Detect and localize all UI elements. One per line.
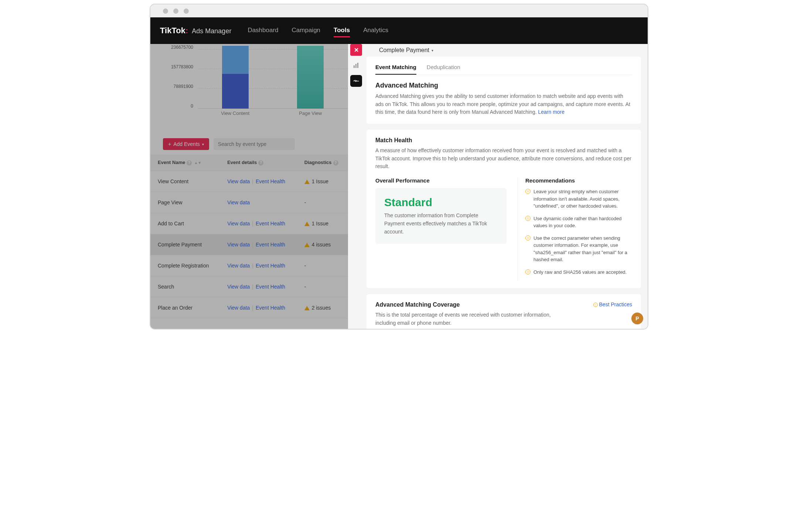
help-icon[interactable]: ? (333, 160, 338, 166)
bar-page-view[interactable] (297, 46, 324, 109)
x-label: View Content (198, 110, 273, 116)
event-details-cell: View data|Event Health (221, 297, 299, 318)
th-event-name[interactable]: Event Name?▲▼ (150, 154, 221, 171)
recommendation-text: Leave your string empty when customer in… (533, 188, 632, 210)
view-data-link[interactable]: View data (227, 200, 250, 205)
nav-analytics[interactable]: Analytics (363, 24, 388, 37)
match-health-body: A measure of how effectively customer in… (375, 147, 632, 171)
table-row[interactable]: Add to CartView data|Event Health1 Issue (150, 213, 348, 234)
bar-view-content[interactable] (222, 46, 249, 109)
overall-performance-col: Overall Performance Standard The custome… (375, 177, 518, 281)
brand-product: Ads Manager (192, 27, 231, 35)
y-tick: 0 (191, 103, 193, 109)
event-details-cell: View data|Event Health (221, 255, 299, 276)
warning-icon (304, 222, 310, 226)
nav-dashboard[interactable]: Dashboard (248, 24, 278, 37)
table-row[interactable]: SearchView data|Event Health- (150, 276, 348, 297)
add-events-button[interactable]: + Add Events ▾ (163, 138, 209, 150)
events-table: Event Name?▲▼ Event details? Diagnostics… (150, 154, 348, 318)
overall-status: Standard (384, 196, 498, 209)
view-data-link[interactable]: View data (227, 305, 250, 311)
event-details-cell: View data|Event Health (221, 213, 299, 234)
help-icon[interactable]: ? (187, 160, 192, 166)
close-icon[interactable]: ✕ (350, 44, 362, 56)
diagnostics-cell: 4 issues (299, 234, 348, 255)
tab-deduplication[interactable]: Deduplication (427, 64, 460, 75)
warning-icon (304, 243, 310, 247)
separator: | (252, 284, 253, 290)
view-data-link[interactable]: View data (227, 178, 250, 184)
recommendations-col: Recommendations Leave your string empty … (518, 177, 632, 281)
event-health-link[interactable]: Event Health (256, 305, 285, 311)
y-tick: 236675700 (171, 45, 193, 50)
view-data-link[interactable]: View data (227, 242, 250, 248)
event-name-cell: Add to Cart (150, 213, 221, 234)
view-data-link[interactable]: View data (227, 221, 250, 226)
learn-more-link[interactable]: Learn more (538, 109, 565, 115)
view-data-link[interactable]: View data (227, 284, 250, 290)
separator: | (252, 242, 253, 248)
recommendation-text: Use the correct parameter when sending c… (533, 235, 632, 263)
brand-name: TikTok (160, 26, 185, 35)
svg-rect-0 (354, 65, 355, 68)
separator: | (252, 263, 253, 269)
y-tick: 157783800 (171, 64, 193, 69)
chart-area: 0 78891900 157783800 236675700 View Cont… (150, 44, 348, 129)
event-health-link[interactable]: Event Health (256, 221, 285, 226)
recommendation-item: Only raw and SHA256 values are accepted. (525, 269, 632, 276)
event-health-link[interactable]: Event Health (256, 284, 285, 290)
diagnostics-cell: 2 issues (299, 297, 348, 318)
diagnostics-text: 2 issues (312, 305, 331, 311)
svg-rect-2 (357, 63, 358, 68)
avatar[interactable]: P (631, 313, 643, 324)
sort-icon[interactable]: ▲▼ (194, 161, 201, 165)
diagnostics-cell: 1 Issue (299, 171, 348, 192)
app-window: TikTok: Ads Manager Dashboard Campaign T… (150, 4, 648, 330)
coverage-card: Advanced Matching Coverage This is the t… (366, 294, 641, 329)
table-row[interactable]: Page ViewView data- (150, 192, 348, 213)
table-row[interactable]: Complete PaymentView data|Event Health4 … (150, 234, 348, 255)
add-events-label: Add Events (173, 141, 200, 147)
coverage-header: Advanced Matching Coverage This is the t… (375, 301, 632, 327)
recommendation-item: Leave your string empty when customer in… (525, 188, 632, 210)
event-name-cell: View Content (150, 171, 221, 192)
chart-icon[interactable] (350, 59, 362, 71)
chart-y-axis: 0 78891900 157783800 236675700 (150, 44, 198, 109)
recommendation-item: Use dynamic code rather than hardcoded v… (525, 215, 632, 229)
bulb-icon (525, 269, 531, 274)
search-input[interactable] (214, 138, 295, 150)
nav-campaign[interactable]: Campaign (292, 24, 321, 37)
event-health-link[interactable]: Event Health (256, 242, 285, 248)
best-practices-link[interactable]: Best Practices (593, 301, 632, 307)
tab-event-matching[interactable]: Event Matching (375, 64, 416, 75)
event-details-cell: View data|Event Health (221, 171, 299, 192)
recommendations-label: Recommendations (525, 177, 632, 184)
th-event-details[interactable]: Event details? (221, 154, 299, 171)
event-name-cell: Search (150, 276, 221, 297)
nav-items: Dashboard Campaign Tools Analytics (248, 24, 388, 37)
detail-panel: Complete Payment ▾ Event Matching Dedupl… (364, 44, 648, 329)
table-row[interactable]: Place an OrderView data|Event Health2 is… (150, 297, 348, 318)
event-name-cell: Complete Registration (150, 255, 221, 276)
mini-rail: ✕ (348, 44, 364, 329)
recommendations-list: Leave your string empty when customer in… (525, 188, 632, 276)
x-label: Page View (273, 110, 348, 116)
main-area: 0 78891900 157783800 236675700 View Cont… (150, 44, 648, 329)
table-row[interactable]: View ContentView data|Event Health1 Issu… (150, 171, 348, 192)
table-row[interactable]: Complete RegistrationView data|Event Hea… (150, 255, 348, 276)
health-icon[interactable] (350, 75, 362, 87)
view-data-link[interactable]: View data (227, 263, 250, 269)
event-health-link[interactable]: Event Health (256, 263, 285, 269)
coverage-body: This is the total percentage of events w… (375, 311, 567, 327)
event-details-cell: View data|Event Health (221, 276, 299, 297)
nav-tools[interactable]: Tools (334, 24, 350, 37)
brand-colon-icon: : (185, 26, 188, 35)
event-name-cell: Complete Payment (150, 234, 221, 255)
event-health-link[interactable]: Event Health (256, 178, 285, 184)
th-diagnostics[interactable]: Diagnostics? (299, 154, 348, 171)
event-selector[interactable]: Complete Payment ▾ (379, 47, 433, 54)
y-tick: 78891900 (174, 84, 193, 89)
separator: | (252, 305, 253, 311)
recommendation-text: Use dynamic code rather than hardcoded v… (533, 215, 632, 229)
help-icon[interactable]: ? (258, 160, 263, 166)
